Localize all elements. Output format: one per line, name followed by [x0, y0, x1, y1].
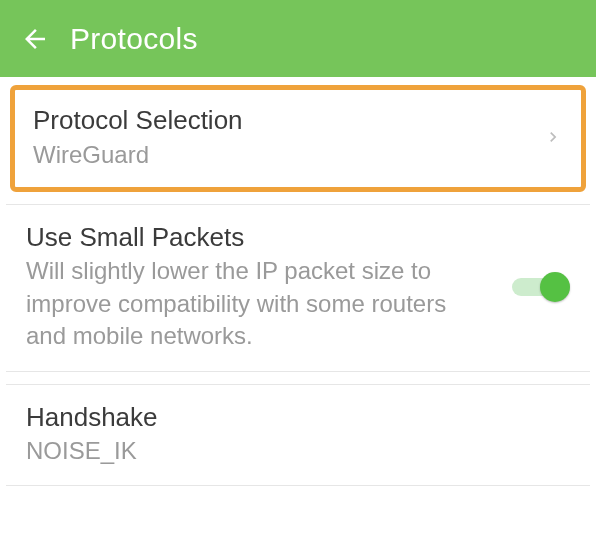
back-button[interactable] [18, 22, 52, 56]
row-value: WireGuard [33, 139, 463, 171]
row-handshake[interactable]: Handshake NOISE_IK [6, 384, 590, 487]
small-packets-toggle[interactable] [512, 272, 570, 302]
row-protocol-selection[interactable]: Protocol Selection WireGuard [10, 85, 586, 192]
settings-list: Protocol Selection WireGuard Use Small P… [0, 77, 596, 486]
row-title: Use Small Packets [26, 221, 492, 254]
arrow-left-icon [20, 24, 50, 54]
appbar: Protocols [0, 0, 596, 77]
row-use-small-packets[interactable]: Use Small Packets Will slightly lower th… [6, 204, 590, 372]
row-texts: Handshake NOISE_IK [26, 401, 570, 468]
row-title: Handshake [26, 401, 570, 434]
chevron-right-icon [543, 121, 563, 153]
row-title: Protocol Selection [33, 104, 531, 137]
row-value: NOISE_IK [26, 435, 456, 467]
toggle-thumb [540, 272, 570, 302]
page-title: Protocols [70, 22, 198, 56]
row-description: Will slightly lower the IP packet size t… [26, 255, 456, 352]
row-texts: Protocol Selection WireGuard [33, 104, 531, 171]
row-texts: Use Small Packets Will slightly lower th… [26, 221, 492, 353]
